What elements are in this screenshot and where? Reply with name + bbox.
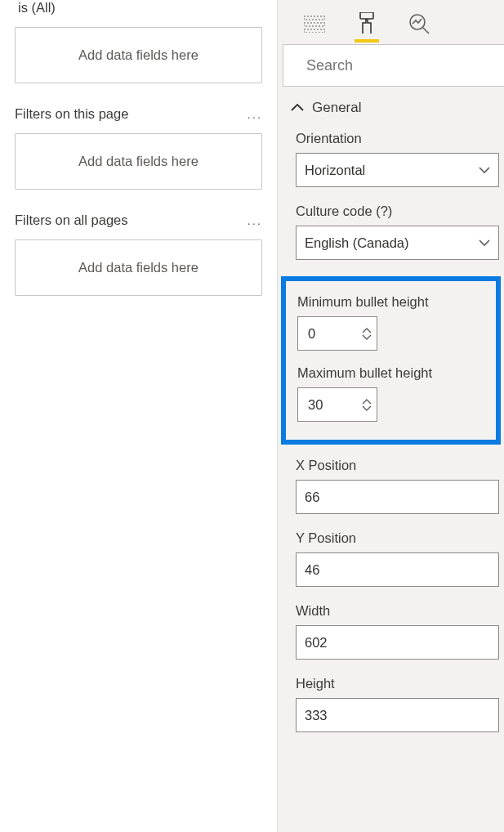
spinner-icon[interactable] (362, 328, 372, 340)
filter-on-visual: is (All) Add data fields here (15, 0, 262, 83)
filters-pane: is (All) Add data fields here Filters on… (0, 0, 278, 832)
filter-on-page: Filters on this page ... Add data fields… (15, 106, 262, 190)
drop-fields-all-pages[interactable]: Add data fields here (15, 239, 262, 296)
max-bullet-input[interactable]: 30 (297, 387, 377, 422)
orientation-select[interactable]: Horizontal (296, 153, 499, 187)
height-input[interactable]: 333 (296, 698, 499, 732)
spinner-icon[interactable] (362, 399, 372, 411)
drop-placeholder: Add data fields here (78, 47, 198, 62)
width-value: 602 (305, 635, 328, 651)
svg-line-5 (423, 28, 429, 34)
section-general-header[interactable]: General (278, 87, 504, 131)
bullet-height-highlight: Minimum bullet height 0 Maximum bullet h… (281, 276, 501, 445)
max-bullet-field: Maximum bullet height 30 (297, 365, 484, 422)
search-box[interactable] (283, 44, 504, 87)
chevron-down-icon (479, 239, 490, 247)
max-bullet-value: 30 (308, 397, 323, 413)
svg-rect-3 (360, 12, 373, 19)
tab-analytics[interactable] (407, 5, 431, 42)
drop-placeholder: Add data fields here (78, 260, 198, 275)
culture-field: Culture code (?) English (Canada) (278, 204, 504, 276)
filters-this-page-label: Filters on this page (15, 106, 128, 122)
width-field: Width 602 (278, 603, 504, 676)
height-label: Height (296, 676, 499, 691)
search-input[interactable] (306, 57, 496, 74)
height-field: Height 333 (278, 676, 504, 749)
filter-all-pages: Filters on all pages ... Add data fields… (15, 212, 262, 296)
tab-format[interactable] (355, 5, 379, 42)
chevron-up-icon (291, 104, 304, 112)
height-value: 333 (305, 708, 328, 723)
orientation-field: Orientation Horizontal (278, 131, 504, 204)
min-bullet-value: 0 (308, 326, 315, 342)
tab-strip (278, 0, 504, 44)
chevron-down-icon (479, 167, 490, 174)
min-bullet-input[interactable]: 0 (297, 316, 377, 351)
drop-fields-page[interactable]: Add data fields here (15, 133, 262, 190)
more-icon[interactable]: ... (247, 107, 262, 121)
culture-value: English (Canada) (305, 235, 409, 251)
drop-fields-visual[interactable]: Add data fields here (15, 27, 262, 83)
y-position-input[interactable]: 46 (296, 552, 499, 587)
min-bullet-field: Minimum bullet height 0 (297, 294, 484, 365)
orientation-value: Horizontal (305, 163, 365, 178)
drop-placeholder: Add data fields here (78, 154, 198, 168)
orientation-label: Orientation (296, 131, 499, 146)
x-position-input[interactable]: 66 (296, 480, 499, 514)
filter-is-all-label: is (All) (18, 0, 262, 16)
x-position-value: 66 (305, 490, 319, 505)
svg-rect-1 (304, 23, 325, 26)
y-position-label: Y Position (296, 530, 499, 546)
more-icon[interactable]: ... (247, 213, 262, 227)
min-bullet-label: Minimum bullet height (297, 294, 484, 310)
x-position-field: X Position 66 (278, 458, 504, 530)
y-position-field: Y Position 46 (278, 530, 504, 603)
section-general-label: General (312, 100, 361, 116)
svg-rect-2 (304, 29, 325, 33)
filters-all-pages-label: Filters on all pages (15, 212, 128, 228)
format-pane: General Orientation Horizontal Culture c… (278, 0, 504, 832)
x-position-label: X Position (296, 458, 499, 473)
width-input[interactable]: 602 (296, 625, 499, 660)
tab-fields[interactable] (302, 5, 327, 42)
svg-rect-0 (304, 16, 325, 20)
culture-label: Culture code (?) (296, 204, 499, 219)
max-bullet-label: Maximum bullet height (297, 365, 484, 381)
culture-select[interactable]: English (Canada) (296, 226, 499, 260)
width-label: Width (296, 603, 499, 619)
y-position-value: 46 (305, 562, 319, 578)
